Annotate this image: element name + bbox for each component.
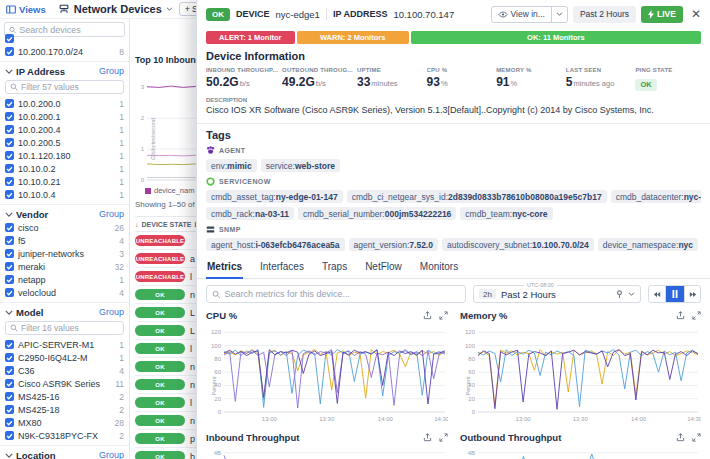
page-title-dropdown[interactable]: Network Devices [58, 3, 173, 15]
facet-section-header[interactable]: VendorGroup [0, 207, 129, 221]
expand-icon[interactable] [692, 311, 701, 320]
device-row[interactable]: OKn [135, 412, 196, 430]
facet-item[interactable]: C364 [0, 364, 129, 377]
group-link[interactable]: Group [99, 307, 124, 317]
checkbox-checked[interactable] [5, 249, 14, 258]
tab-monitors[interactable]: Monitors [419, 258, 459, 278]
skip-forward-button[interactable] [684, 286, 700, 302]
monitor-segment[interactable]: WARN: 2 Monitors [297, 31, 409, 44]
checkbox-checked[interactable] [5, 288, 14, 297]
device-row[interactable]: UNREACHABLE [135, 232, 196, 250]
live-button[interactable]: LIVE [641, 6, 683, 23]
facet-item[interactable]: C2950-I6Q4L2-M1 [0, 351, 129, 364]
checkbox-checked[interactable] [5, 431, 14, 440]
checkbox-checked[interactable] [5, 112, 14, 121]
export-icon[interactable] [423, 433, 432, 442]
tab-netflow[interactable]: NetFlow [364, 258, 403, 278]
device-row[interactable]: OKl [135, 394, 196, 412]
device-row[interactable]: OKn [135, 376, 196, 394]
time-selector[interactable]: UTC-08:00 2h Past 2 Hours [473, 285, 641, 303]
facet-item[interactable]: 10.0.200.51 [0, 136, 129, 149]
checkbox-checked[interactable] [5, 236, 14, 245]
device-row[interactable]: OKL [135, 304, 196, 322]
facet-section-header[interactable]: ModelGroup [0, 305, 129, 319]
facet-section-header[interactable]: IP AddressGroup [0, 64, 129, 78]
checkbox-checked[interactable] [5, 125, 14, 134]
device-row[interactable]: OKp [135, 430, 196, 448]
device-table-header[interactable]: ↓ DEVICE STATE D [135, 216, 196, 232]
time-range-button[interactable]: Past 2 Hours [573, 6, 636, 23]
facet-item[interactable]: netapp1 [0, 273, 129, 286]
facet-section-header[interactable]: LocationGroup [0, 448, 129, 459]
checkbox-checked[interactable] [5, 379, 14, 388]
checkbox-checked[interactable] [5, 405, 14, 414]
checkbox-checked[interactable] [5, 223, 14, 232]
checkbox-checked[interactable] [5, 418, 14, 427]
tag[interactable]: device_namespace:nyc [598, 238, 698, 251]
checkbox-checked[interactable] [5, 190, 14, 199]
tab-metrics[interactable]: Metrics [206, 258, 243, 279]
export-icon[interactable] [676, 433, 685, 442]
checkbox-checked[interactable] [5, 138, 14, 147]
tag[interactable]: cmdb_team:nyc-core [460, 207, 552, 220]
device-row[interactable]: OKn [135, 286, 196, 304]
facet-filter-input[interactable]: Filter 16 values [5, 321, 124, 335]
checkbox-checked[interactable] [5, 47, 14, 56]
tag[interactable]: service:web-store [261, 159, 340, 172]
tag[interactable]: cmdb_asset_tag:ny-edge-01-147 [206, 190, 343, 203]
facet-item[interactable]: Cisco ASR9K Series11 [0, 377, 129, 390]
device-row[interactable]: UNREACHABLEa [135, 250, 196, 268]
facet-item[interactable]: 10.10.0.21 [0, 162, 129, 175]
metrics-search[interactable] [206, 285, 466, 303]
facet-item[interactable]: juniper-networks3 [0, 247, 129, 260]
pin-icon[interactable] [616, 290, 623, 299]
facet-item[interactable]: f54 [0, 234, 129, 247]
checkbox-checked[interactable] [5, 34, 14, 43]
chevron-down-icon[interactable] [628, 292, 635, 296]
facet-item[interactable]: N9K-C9318PYC-FX2 [0, 429, 129, 442]
device-row[interactable]: OKL [135, 322, 196, 340]
close-icon[interactable]: ✕ [691, 7, 701, 21]
facet-item[interactable]: velocloud4 [0, 286, 129, 299]
group-link[interactable]: Group [99, 66, 124, 76]
export-icon[interactable] [423, 311, 432, 320]
expand-icon[interactable] [692, 433, 701, 442]
device-row[interactable]: OKl [135, 340, 196, 358]
top10-legend[interactable]: device_nam [145, 186, 194, 195]
facet-item[interactable]: 10.200.170.0/24 8 [0, 45, 129, 58]
expand-icon[interactable] [439, 433, 448, 442]
memory-chart-plot[interactable]: 02040608010012013:0013:3014:0014:30 [460, 323, 701, 427]
metrics-search-input[interactable] [225, 289, 460, 299]
facet-item[interactable]: 10.1.120.1801 [0, 149, 129, 162]
expand-icon[interactable] [439, 311, 448, 320]
facet-item[interactable]: 10.0.200.41 [0, 123, 129, 136]
facet-filter-input[interactable]: Filter 57 values [5, 80, 124, 94]
pause-button[interactable] [665, 286, 684, 302]
facet-item[interactable]: 10.10.0.41 [0, 188, 129, 201]
tab-interfaces[interactable]: Interfaces [259, 258, 305, 278]
checkbox-checked[interactable] [5, 164, 14, 173]
checkbox-checked[interactable] [5, 366, 14, 375]
device-row[interactable]: OKb [135, 448, 196, 459]
view-in-caret[interactable] [551, 7, 567, 22]
search-devices-input[interactable] [19, 25, 120, 35]
facet-item[interactable]: APIC-SERVER-M11 [0, 338, 129, 351]
facet-item[interactable]: MS425-182 [0, 403, 129, 416]
checkbox-checked[interactable] [5, 392, 14, 401]
cpu-chart-plot[interactable]: 02040608010012013:0013:3014:0014:30 [206, 323, 448, 427]
tag[interactable]: agent_host:i-063efcb6476acea5a [206, 238, 345, 251]
tag[interactable]: env:mimic [206, 159, 257, 172]
facet-item[interactable]: MS425-162 [0, 390, 129, 403]
device-row[interactable]: UNREACHABLEl [135, 268, 196, 286]
export-icon[interactable] [676, 311, 685, 320]
tag[interactable]: cmdb_serial_number:000jm534222216 [298, 207, 456, 220]
checkbox-checked[interactable] [5, 151, 14, 160]
device-row[interactable]: OKn [135, 358, 196, 376]
skip-back-button[interactable] [649, 286, 665, 302]
tag[interactable]: cmdb_rack:na-03-11 [206, 207, 294, 220]
checkbox-checked[interactable] [5, 340, 14, 349]
facet-item[interactable]: cisco26 [0, 221, 129, 234]
monitor-segment[interactable]: OK: 11 Monitors [411, 31, 701, 44]
checkbox-checked[interactable] [5, 177, 14, 186]
facet-item[interactable]: 10.10.0.211 [0, 175, 129, 188]
